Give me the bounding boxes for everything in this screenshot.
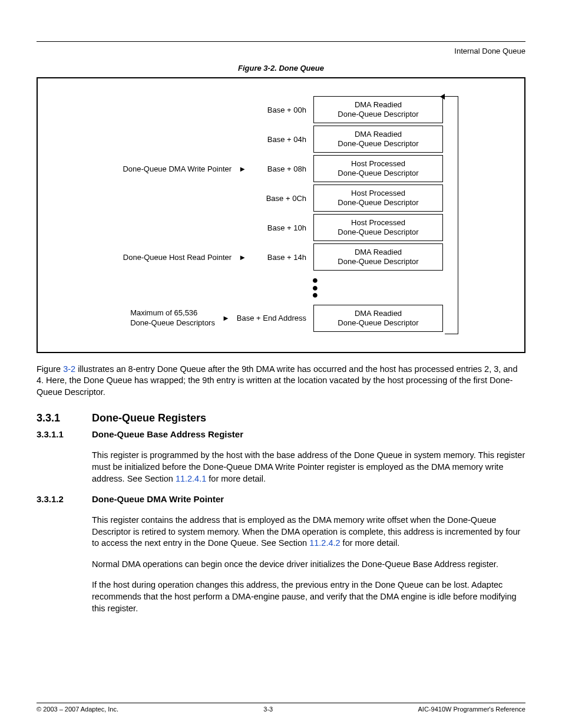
row-address: Base + 08h <box>253 164 306 173</box>
cell-line2: Done-Queue Descriptor <box>338 257 418 266</box>
descriptor-cell: DMA Readied Done-Queue Descriptor <box>313 243 443 271</box>
section-title: Done-Queue DMA Write Pointer <box>92 494 224 504</box>
footer-copyright: © 2003 – 2007 Adaptec, Inc. <box>37 706 118 713</box>
paragraph: Figure 3-2 illustrates an 8-entry Done Q… <box>37 364 525 398</box>
descriptor-cell: Host Processed Done-Queue Descriptor <box>313 155 443 182</box>
heading-3-3-1-1: 3.3.1.1Done-Queue Base Address Register <box>37 429 525 439</box>
arrow-right-icon: ► <box>239 253 246 261</box>
max-line1: Maximum of 65,536 <box>130 308 197 317</box>
body-text: Figure 3-2 illustrates an 8-entry Done Q… <box>37 364 525 398</box>
section-title: Done-Queue Registers <box>92 412 206 424</box>
descriptor-cell: DMA Readied Done-Queue Descriptor <box>313 96 443 123</box>
descriptor-cell: Host Processed Done-Queue Descriptor <box>313 214 443 241</box>
descriptor-cell: DMA Readied Done-Queue Descriptor <box>313 126 443 153</box>
cell-line2: Done-Queue Descriptor <box>338 139 418 149</box>
section-title: Done-Queue Base Address Register <box>92 429 243 439</box>
row-address: Base + 00h <box>253 106 306 114</box>
heading-3-3-1: 3.3.1Done-Queue Registers <box>37 412 525 424</box>
cell-line1: Host Processed <box>351 189 405 198</box>
row-address: Base + End Address <box>237 314 306 322</box>
max-line2: Done-Queue Descriptors <box>130 318 215 327</box>
cell-line2: Done-Queue Descriptor <box>338 198 418 207</box>
page-footer: © 2003 – 2007 Adaptec, Inc. 3-3 AIC-9410… <box>37 703 525 713</box>
section-number: 3.3.1.1 <box>37 429 92 439</box>
row-address: Base + 0Ch <box>253 194 306 203</box>
figure-box: Base + 00h DMA Readied Done-Queue Descri… <box>37 77 525 353</box>
section-number: 3.3.1.2 <box>37 494 92 504</box>
body-text: This register is programmed by the host … <box>92 450 525 485</box>
paragraph: This register contains the address that … <box>92 515 525 549</box>
heading-3-3-1-2: 3.3.1.2Done-Queue DMA Write Pointer <box>37 494 525 504</box>
arrow-right-icon: ► <box>239 165 246 173</box>
footer-page-number: 3-3 <box>263 706 273 713</box>
cell-line2: Done-Queue Descriptor <box>338 318 418 328</box>
cell-line2: Done-Queue Descriptor <box>338 169 418 178</box>
cell-line1: DMA Readied <box>355 130 402 139</box>
descriptor-cell: DMA Readied Done-Queue Descriptor <box>313 305 443 332</box>
row-left-label: Done-Queue DMA Write Pointer <box>123 164 232 173</box>
figure-ref-link[interactable]: 3-2 <box>63 364 75 374</box>
figure-caption: Figure 3-2. Done Queue <box>0 64 562 73</box>
cell-line1: DMA Readied <box>355 248 402 257</box>
paragraph: Normal DMA operations can begin once the… <box>92 559 525 571</box>
row-address: Base + 14h <box>253 253 306 262</box>
max-label: Maximum of 65,536 Done-Queue Descriptors <box>130 308 215 328</box>
cell-line1: DMA Readied <box>355 100 402 110</box>
footer-doc-title: AIC-9410W Programmer's Reference <box>418 706 525 713</box>
cell-line2: Done-Queue Descriptor <box>338 110 418 119</box>
paragraph: This register is programmed by the host … <box>92 450 525 485</box>
row-address: Base + 04h <box>253 135 306 144</box>
section-ref-link[interactable]: 11.2.4.2 <box>309 538 340 548</box>
cell-line1: Host Processed <box>351 159 405 169</box>
running-head-right: Internal Done Queue <box>0 47 525 55</box>
row-address: Base + 10h <box>253 223 306 232</box>
body-text: This register contains the address that … <box>92 515 525 614</box>
header-rule <box>37 41 525 42</box>
cell-line1: Host Processed <box>351 218 405 228</box>
arrow-right-icon: ► <box>222 314 230 322</box>
cell-line1: DMA Readied <box>355 309 402 318</box>
paragraph: If the host during operation changes thi… <box>92 579 525 614</box>
wrap-arrow-icon <box>445 96 458 334</box>
cell-line2: Done-Queue Descriptor <box>338 228 418 237</box>
section-number: 3.3.1 <box>37 412 92 424</box>
row-left-label: Done-Queue Host Read Pointer <box>123 253 232 262</box>
descriptor-cell: Host Processed Done-Queue Descriptor <box>313 185 443 212</box>
section-ref-link[interactable]: 11.2.4.1 <box>176 474 206 483</box>
